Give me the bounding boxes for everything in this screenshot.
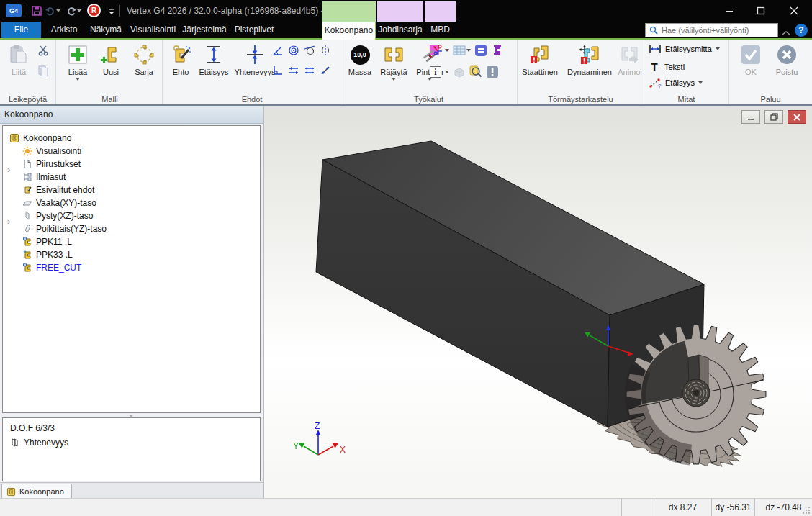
info-dropdown[interactable] (445, 71, 449, 76)
text-icon: T (649, 60, 660, 73)
explode-button[interactable]: Räjäytä (376, 42, 411, 83)
copy-icon (37, 65, 49, 76)
tree-item-esivalitut-ehdot[interactable]: Esivalitut ehdot (3, 184, 94, 196)
maximize-button[interactable] (749, 0, 773, 22)
tab-nakyma[interactable]: Näkymä (86, 22, 126, 38)
separator (24, 5, 24, 17)
animate-collision-button[interactable]: Animoi (615, 42, 644, 76)
tree-item-ilmiasut[interactable]: › Ilmiasut (3, 171, 66, 184)
3d-viewport: Z Y X (264, 106, 812, 498)
tree-item-poikittais-yz-taso[interactable]: Poikittais(YZ)-taso (3, 222, 107, 235)
equal-values-icon[interactable] (474, 44, 488, 57)
search-input[interactable]: Hae (välilyönti+välilyönti) (645, 23, 778, 37)
paste-button[interactable]: Liitä (3, 42, 35, 76)
grid-table-icon[interactable] (452, 44, 466, 57)
text-dimension-button[interactable]: T Teksti (649, 60, 685, 73)
tab-file[interactable]: File (1, 22, 41, 38)
distance-query-icon: ? (649, 77, 662, 89)
cut-button[interactable] (36, 44, 50, 57)
distance-constraint-button[interactable]: Etäisyys (196, 42, 232, 76)
series-button[interactable]: Sarja (127, 42, 161, 76)
group-label: Leikepöytä (0, 95, 55, 104)
mdi-close-icon (793, 114, 800, 121)
perpendicular-constraint-icon[interactable] (271, 64, 285, 77)
info-icon: i (430, 66, 441, 78)
constraint-list-panel: D.O.F 6/3/3 Yhtenevyys (2, 417, 261, 481)
tab-mbd[interactable]: MBD (425, 22, 456, 38)
run-badge[interactable]: R (87, 4, 101, 17)
quick-access-customize[interactable] (107, 4, 117, 18)
static-collision-button[interactable]: Staattinen (519, 42, 561, 76)
copy-button[interactable] (36, 64, 50, 77)
distance-query-button[interactable]: ? Etäisyys (649, 77, 703, 89)
coincident-point-constraint-icon[interactable] (318, 64, 333, 77)
app-logo[interactable]: G4 (6, 4, 22, 17)
solid-box-icon[interactable] (452, 65, 466, 78)
ok-button[interactable]: OK (735, 42, 767, 76)
mdi-restore-button[interactable] (764, 110, 783, 124)
exit-button[interactable]: Poistu (770, 42, 804, 76)
panel-tab-kokoonpano[interactable]: Kokoonpano (1, 484, 72, 499)
coincidence-constraint-icon (245, 42, 265, 68)
tree-item-free-cut-selected[interactable]: FREE_CUT (3, 261, 81, 274)
part-icon (22, 250, 33, 260)
zoom-check-icon[interactable] (469, 65, 483, 78)
mdi-close-button[interactable] (788, 110, 806, 124)
maximize-icon (757, 6, 765, 15)
close-button[interactable] (782, 0, 806, 22)
viewport-canvas[interactable]: Z Y X (264, 106, 812, 498)
new-component-button[interactable]: Uusi (95, 42, 127, 76)
parallel-constraint-icon[interactable] (287, 64, 301, 77)
kinematics-dropdown[interactable] (445, 49, 449, 54)
undo-button[interactable] (45, 4, 60, 18)
tree-item-pysty-xz-taso[interactable]: Pysty(XZ)-taso (3, 209, 93, 222)
help-button[interactable]: ? (795, 24, 808, 37)
tree-item-ppk11[interactable]: PPK11 .L (3, 235, 72, 248)
tree-item-piirustukset[interactable]: Piirustukset (3, 158, 81, 171)
angle-constraint-icon[interactable] (271, 44, 285, 57)
ribbon-group-clipboard: Liitä Leikepöytä (0, 40, 56, 104)
tree-item-label: Piirustukset (36, 159, 81, 169)
warning-icon[interactable] (485, 65, 500, 78)
redo-button[interactable] (66, 4, 81, 18)
add-component-button[interactable]: Lisää (62, 42, 94, 83)
part-icon (22, 237, 33, 247)
tree-item-label: PPK33 .L (36, 250, 73, 260)
constraint-item-label: Yhtenevyys (24, 438, 68, 448)
mdi-minimize-button[interactable] (741, 110, 760, 124)
grid-table-dropdown[interactable] (466, 49, 471, 54)
tab-johdinsarja[interactable]: Johdinsarja (377, 22, 423, 38)
tab-visualisointi[interactable]: Visualisointi (127, 22, 179, 38)
tab-arkisto[interactable]: Arkisto (44, 22, 84, 38)
constraint-list-item[interactable]: Yhtenevyys (10, 438, 68, 448)
group-label: Työkalut (340, 95, 517, 104)
ribbon-group-collision: Staattinen Dynaaminen (518, 40, 644, 104)
resize-grip[interactable] (802, 506, 811, 515)
tree-item-assembly-root[interactable]: Kokoonpano (3, 132, 71, 145)
tree-item-vaaka-xy-taso[interactable]: Vaaka(XY)-taso (3, 196, 96, 209)
minimize-button[interactable] (717, 0, 741, 22)
symmetry-constraint-icon[interactable] (318, 44, 333, 57)
constraint-button[interactable]: Ehto (166, 42, 196, 76)
tab-pistepilvet[interactable]: Pistepilvet (230, 22, 278, 38)
dynamic-collision-icon (577, 42, 602, 68)
equal-distance-constraint-icon[interactable] (302, 64, 317, 77)
tangent-constraint-icon[interactable] (302, 44, 317, 57)
tree-item-label: Vaaka(XY)-taso (36, 198, 96, 208)
tree-item-ppk33[interactable]: PPK33 .L (3, 248, 73, 261)
kinematics-icon[interactable] (430, 44, 445, 57)
mdi-minimize-icon (747, 114, 754, 121)
save-button[interactable] (29, 4, 45, 18)
tab-jarjestelma[interactable]: Järjestelmä (180, 22, 229, 38)
mass-button[interactable]: 10,0 Massa (344, 42, 376, 76)
contextual-tab-header-green (322, 1, 376, 22)
axis-y-label: Y (293, 441, 299, 451)
dynamic-collision-button[interactable]: Dynaaminen (562, 42, 617, 76)
collapse-ribbon-button[interactable] (782, 26, 790, 39)
info-button[interactable]: i (428, 65, 443, 78)
tree-item-visualisointi[interactable]: › Visualisointi (3, 145, 81, 158)
distance-measure-button[interactable]: Etäisyysmitta (649, 44, 720, 54)
tab-kokoonpano-active[interactable]: Kokoonpano (322, 22, 376, 40)
concentric-constraint-icon[interactable] (287, 44, 301, 57)
clamp-icon[interactable] (490, 44, 504, 57)
